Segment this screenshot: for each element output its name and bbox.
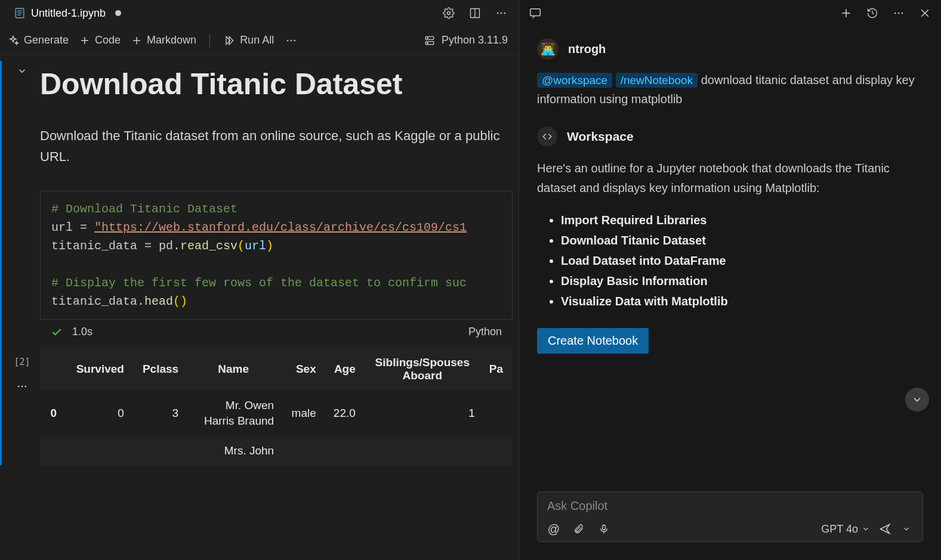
- editor-panel: Untitled-1.ipynb Generate: [0, 0, 519, 560]
- code-text: url =: [51, 221, 94, 234]
- code-paren: (: [237, 239, 245, 253]
- execution-count: [2]: [14, 357, 30, 367]
- gear-icon[interactable]: [442, 7, 455, 20]
- cell-more-icon[interactable]: [16, 380, 28, 392]
- file-tab[interactable]: Untitled-1.ipynb: [7, 4, 128, 23]
- cell: 0: [64, 391, 131, 435]
- scroll-down-button[interactable]: [905, 388, 929, 412]
- success-check-icon: [51, 326, 63, 338]
- new-chat-icon[interactable]: [840, 7, 853, 20]
- model-selector[interactable]: GPT 4o: [821, 523, 870, 536]
- code-cell[interactable]: # Download Titanic Dataset url = "https:…: [40, 191, 513, 320]
- create-notebook-button[interactable]: Create Notebook: [537, 328, 649, 354]
- server-icon: [424, 35, 436, 47]
- split-editor-icon[interactable]: [468, 7, 482, 20]
- kernel-label: Python 3.11.9: [442, 34, 508, 47]
- tab-actions: [442, 7, 519, 20]
- chevron-down-icon[interactable]: [17, 66, 27, 76]
- workspace-mention-chip[interactable]: @workspace: [537, 73, 612, 88]
- list-item: Visualize Data with Matplotlib: [561, 291, 923, 311]
- markdown-label: Markdown: [147, 34, 196, 47]
- code-paren: (): [173, 295, 187, 308]
- notebook-toolbar: Generate Code Markdown Run All: [0, 26, 519, 55]
- th: Siblings/Spouses Aboard: [363, 348, 482, 391]
- th: Name: [186, 348, 281, 391]
- kernel-selector[interactable]: Python 3.11.9: [424, 34, 511, 47]
- svg-rect-26: [530, 9, 541, 16]
- cell: 22.0: [323, 391, 363, 435]
- plus-icon: [79, 35, 90, 46]
- svg-point-18: [294, 39, 296, 41]
- send-icon[interactable]: [878, 522, 891, 536]
- code-string: "https://web.stanford.edu/class/archive/…: [94, 221, 467, 234]
- close-icon[interactable]: [918, 7, 931, 20]
- model-name: GPT 4o: [821, 523, 858, 536]
- chevron-down-icon[interactable]: [900, 522, 913, 536]
- plus-icon: [131, 35, 142, 46]
- cell-gutter: [2]: [4, 61, 40, 465]
- add-code-button[interactable]: Code: [79, 34, 121, 47]
- th: Pa: [482, 348, 513, 391]
- slash-command-chip[interactable]: /newNotebook: [616, 73, 698, 88]
- more-icon[interactable]: [892, 7, 905, 20]
- svg-point-7: [497, 13, 499, 14]
- cell: [64, 436, 131, 466]
- row-index: 0: [40, 391, 64, 435]
- table-row: 0 0 3 Mr. Owen Harris Braund male 22.0 1: [40, 391, 513, 435]
- chat-input-area: Ask Copilot @ GPT 4o: [519, 483, 941, 560]
- chat-input-toolbar: @ GPT 4o: [547, 522, 913, 536]
- run-all-label: Run All: [240, 34, 274, 47]
- tab-filename: Untitled-1.ipynb: [31, 7, 106, 20]
- cell-language[interactable]: Python: [468, 326, 502, 338]
- execution-time: 1.0s: [72, 326, 92, 338]
- svg-rect-34: [603, 525, 606, 530]
- cell: [363, 436, 482, 466]
- svg-point-25: [25, 386, 27, 388]
- run-all-icon: [223, 35, 235, 47]
- history-icon[interactable]: [866, 7, 879, 20]
- more-toolbar-icon[interactable]: [285, 34, 298, 47]
- user-message-header: 👨‍💻 ntrogh: [537, 38, 923, 60]
- add-markdown-button[interactable]: Markdown: [131, 34, 196, 47]
- table-header-row: Survived Pclass Name Sex Age Siblings/Sp…: [40, 348, 513, 391]
- tab-bar: Untitled-1.ipynb: [0, 0, 519, 26]
- svg-point-29: [894, 13, 896, 14]
- th: Pclass: [131, 348, 186, 391]
- chat-icon[interactable]: [529, 7, 542, 20]
- svg-rect-1: [17, 11, 22, 12]
- table-row: Mrs. John: [40, 436, 513, 466]
- chat-input-placeholder: Ask Copilot: [547, 499, 913, 513]
- code-func: read_csv: [180, 239, 237, 253]
- generate-button[interactable]: Generate: [7, 34, 69, 47]
- at-mention-icon[interactable]: @: [547, 522, 560, 536]
- cell: [131, 436, 186, 466]
- th: Age: [323, 348, 363, 391]
- svg-point-17: [291, 39, 292, 41]
- sparkle-icon: [7, 35, 19, 47]
- list-item: Display Basic Information: [561, 271, 923, 291]
- microphone-icon[interactable]: [597, 522, 610, 536]
- run-all-button[interactable]: Run All: [223, 34, 274, 47]
- cell[interactable]: [2] Download Titanic Dataset Download th…: [0, 61, 519, 465]
- list-item: Download Titanic Dataset: [561, 230, 923, 250]
- username: ntrogh: [568, 42, 606, 56]
- toolbar-left: Generate Code Markdown Run All: [7, 34, 298, 47]
- svg-point-21: [427, 38, 428, 39]
- svg-point-31: [902, 13, 903, 14]
- list-item: Import Required Libraries: [561, 210, 923, 230]
- svg-point-9: [504, 13, 506, 14]
- markdown-heading: Download Titanic Dataset: [40, 67, 513, 101]
- svg-rect-2: [17, 13, 22, 14]
- code-text: titanic_data.: [51, 295, 144, 308]
- chat-body: 👨‍💻 ntrogh @workspace /newNotebook downl…: [519, 26, 941, 483]
- cell: 3: [131, 391, 186, 435]
- cell: 1: [363, 391, 482, 435]
- svg-point-8: [501, 13, 502, 14]
- cell-content: Download Titanic Dataset Download the Ti…: [40, 61, 519, 465]
- more-icon[interactable]: [495, 7, 508, 20]
- cell: [323, 436, 363, 466]
- outline-list: Import Required Libraries Download Titan…: [537, 210, 923, 311]
- code-paren: ): [266, 239, 273, 253]
- attach-icon[interactable]: [572, 522, 585, 536]
- chat-input[interactable]: Ask Copilot @ GPT 4o: [537, 491, 923, 542]
